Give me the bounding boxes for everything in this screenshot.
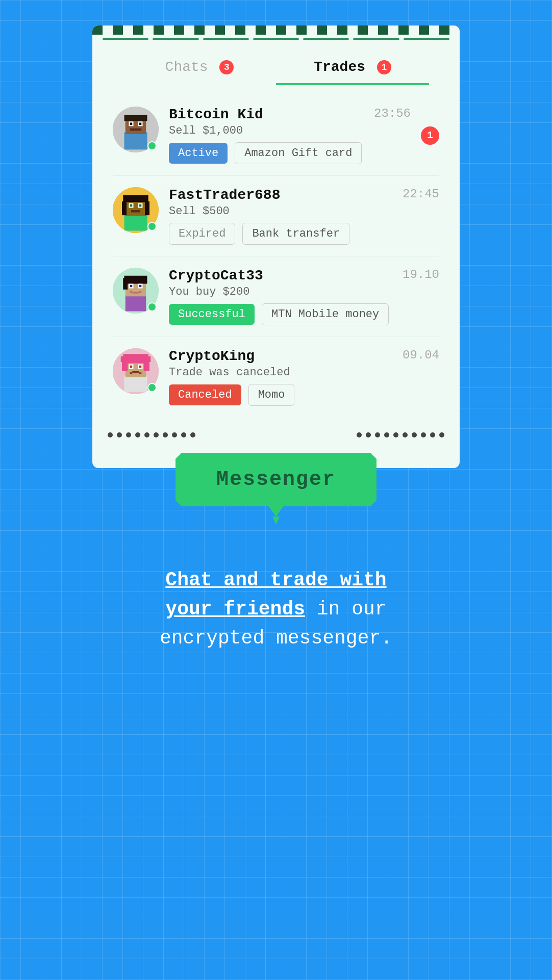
trader-name: FastTrader688 [169,187,280,203]
chats-badge: 3 [219,60,234,74]
payment-method: MTN Mobile money [262,303,389,325]
svg-rect-39 [145,356,150,362]
payment-method: Bank transfer [242,223,349,245]
trader-name: CryptoKing [169,348,255,364]
svg-rect-7 [139,123,142,125]
bottom-text-area: Chat and trade withyour friends in ouren… [119,565,433,653]
svg-rect-1 [124,133,147,150]
messenger-bubble[interactable]: Messenger [175,453,377,506]
svg-rect-33 [124,376,147,392]
svg-rect-27 [130,285,133,288]
trade-subtitle: Trade was canceled [169,366,439,379]
trade-subtitle: Sell $1,000 [169,124,411,137]
trade-tags: Canceled Momo [169,384,439,406]
tab-chats-label: Chats [165,59,208,75]
svg-rect-13 [122,201,127,215]
trade-header: Bitcoin Kid 23:56 [169,107,411,122]
bottom-dashes [92,422,460,437]
status-badge: Successful [169,304,255,325]
svg-rect-38 [121,356,127,362]
tab-trades-label: Trades [314,59,365,75]
svg-rect-3 [124,115,147,121]
svg-rect-28 [139,285,142,288]
top-dashes [92,35,460,43]
trade-time: 09.04 [403,348,439,362]
trade-header: CryptoCat33 19.10 [169,268,439,283]
tab-bar: Chats 3 Trades 1 [92,43,460,85]
svg-rect-6 [130,123,133,125]
trade-time: 19.10 [403,268,439,281]
svg-rect-46 [132,371,139,373]
online-indicator [147,222,157,231]
svg-rect-17 [130,204,133,207]
svg-rect-14 [145,201,149,215]
svg-rect-29 [130,291,133,293]
online-indicator [147,141,157,150]
trade-time: 23:56 [374,107,411,120]
svg-rect-24 [123,278,128,290]
avatar-wrap [113,268,159,314]
trade-subtitle: Sell $500 [169,205,439,218]
svg-rect-44 [130,372,133,374]
svg-rect-8 [130,128,142,131]
trade-header: FastTrader688 22:45 [169,187,439,203]
trade-header: CryptoKing 09.04 [169,348,439,364]
svg-rect-18 [139,204,142,207]
trade-content: CryptoKing 09.04 Trade was canceled Canc… [169,348,439,406]
trade-time: 22:45 [403,187,439,201]
trade-item[interactable]: CryptoKing 09.04 Trade was canceled Canc… [113,337,439,417]
messenger-label: Messenger [216,468,336,491]
trade-item[interactable]: CryptoCat33 19.10 You buy $200 Successfu… [113,256,439,337]
svg-rect-30 [139,291,142,293]
notification-badge: 1 [421,126,439,145]
trade-content: Bitcoin Kid 23:56 Sell $1,000 Active Ama… [169,107,411,164]
trade-tags: Expired Bank transfer [169,223,439,245]
trades-badge: 1 [377,60,391,74]
status-badge: Active [169,143,228,164]
svg-rect-12 [123,195,148,202]
trade-tags: Active Amazon Gift card [169,142,411,164]
online-indicator [147,302,157,312]
trade-content: FastTrader688 22:45 Sell $500 Expired Ba… [169,187,439,245]
trade-subtitle: You buy $200 [169,286,439,298]
avatar-wrap [113,348,159,394]
avatar-wrap [113,187,159,233]
svg-rect-21 [126,295,146,312]
trade-item[interactable]: FastTrader688 22:45 Sell $500 Expired Ba… [113,176,439,256]
main-card: Chats 3 Trades 1 [92,25,460,468]
svg-rect-45 [139,372,142,374]
tab-trades[interactable]: Trades 1 [276,53,429,85]
svg-rect-10 [124,215,147,231]
trade-content: CryptoCat33 19.10 You buy $200 Successfu… [169,268,439,325]
online-indicator [147,383,157,392]
trader-name: CryptoCat33 [169,268,263,283]
payment-method: Momo [248,384,295,406]
svg-rect-43 [139,366,142,368]
status-badge: Expired [169,223,235,245]
messenger-bubble-container: Messenger [175,453,377,525]
payment-method: Amazon Gift card [235,142,362,164]
svg-rect-31 [132,292,139,293]
tab-chats[interactable]: Chats 3 [123,53,276,85]
bubble-tail [264,506,288,517]
trade-list: Bitcoin Kid 23:56 Sell $1,000 Active Ama… [92,90,460,422]
trader-name: Bitcoin Kid [169,107,263,122]
avatar-wrap [113,107,159,152]
svg-rect-42 [130,366,133,368]
svg-rect-19 [131,210,140,213]
top-border [92,25,460,35]
bubble-tail-2 [270,517,282,525]
trade-item[interactable]: Bitcoin Kid 23:56 Sell $1,000 Active Ama… [113,95,439,176]
trade-tags: Successful MTN Mobile money [169,303,439,325]
status-badge: Canceled [169,384,241,405]
